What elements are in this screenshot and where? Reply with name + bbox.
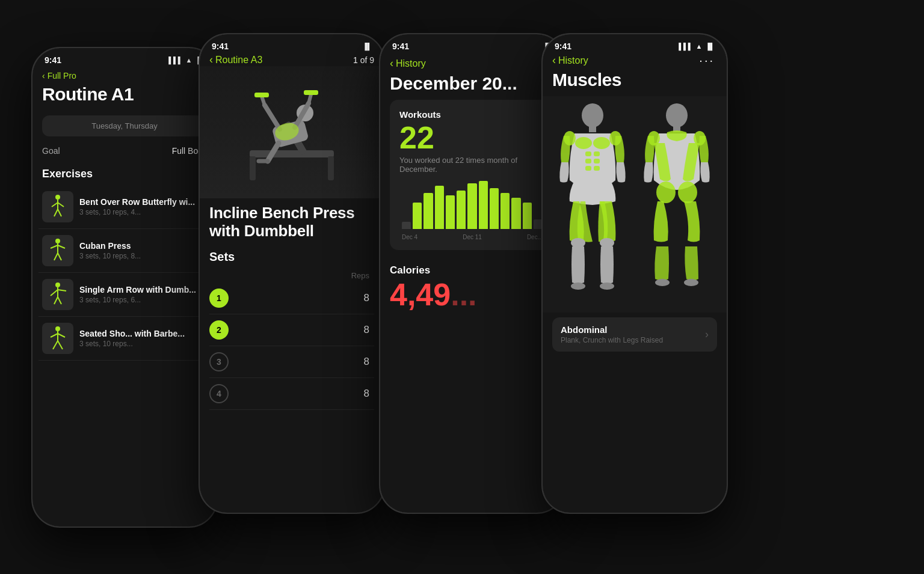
set-row-2[interactable]: 2 8: [209, 314, 374, 346]
svg-line-8: [51, 245, 58, 248]
set-row-4[interactable]: 4 8: [209, 378, 374, 410]
set-circle-4: 4: [209, 384, 229, 403]
workouts-count: 22: [399, 122, 545, 153]
nav-back-1[interactable]: ‹ Full Pro: [32, 67, 217, 82]
svg-rect-40: [589, 126, 596, 132]
exercise-item-2[interactable]: Single Arm Row with Dumb... 3 sets, 10 r…: [38, 273, 211, 317]
time-4: 9:41: [555, 41, 571, 51]
exercise-name-3: Seated Sho... with Barbe...: [79, 329, 207, 338]
nav-back-label-1: Full Pro: [48, 71, 76, 81]
workouts-card: Workouts 22 You worked out 22 times mont…: [390, 100, 555, 250]
calories-label: Calories: [380, 257, 564, 279]
phone-1: 9:41 ▌▌▌ ▲ ▐▌ ‹ Full Pro Routine A1 Tues…: [31, 47, 218, 528]
month-text: December 20...: [390, 73, 517, 93]
sets-title: Sets: [209, 250, 374, 264]
nav-back-4[interactable]: ‹ History: [552, 54, 588, 67]
svg-point-62: [684, 279, 698, 286]
phone-2: 9:41 ▐▌ ‹ Routine A3 1 of 9: [199, 33, 385, 514]
chart-labels: Dec 4 Dec 11 Dec...: [399, 234, 545, 240]
nav-back-2[interactable]: ‹ Routine A3: [209, 53, 262, 66]
bar-3: [435, 186, 444, 229]
svg-point-6: [55, 239, 60, 243]
exercise-figure-2: [45, 281, 71, 308]
bar-8: [490, 188, 499, 229]
dots-menu[interactable]: ···: [699, 53, 717, 67]
time-2: 9:41: [212, 41, 229, 51]
exercise-name-2: Single Arm Row with Dumb...: [79, 285, 207, 295]
set-reps-4: 8: [364, 388, 374, 400]
chevron-icon-1: ‹: [42, 71, 45, 81]
svg-line-3: [58, 203, 64, 207]
exercise-item-0[interactable]: Bent Over Row Butterfly wi... 3 sets, 10…: [38, 185, 211, 229]
exercise-list: Bent Over Row Butterfly wi... 3 sets, 10…: [32, 185, 217, 361]
svg-point-51: [571, 238, 585, 248]
exercise-figure-1: [45, 237, 71, 264]
svg-line-11: [58, 253, 61, 260]
status-bar-3: 9:41 ▐▌: [380, 34, 564, 53]
battery-icon-4: ▐▌: [705, 43, 715, 50]
bar-11: [523, 203, 532, 229]
set-circle-2: 2: [209, 320, 229, 340]
month-title: December 20...: [380, 71, 564, 100]
exercise-item-3[interactable]: Seated Sho... with Barbe... 3 sets, 10 r…: [38, 317, 211, 361]
exercise-avatar-1: [42, 235, 73, 266]
bar-5: [457, 191, 466, 229]
exercise-meta-1: 3 sets, 10 reps, 8...: [79, 252, 207, 260]
svg-line-10: [54, 253, 58, 260]
muscle-card[interactable]: Abdominal Plank, Crunch with Legs Raised…: [552, 317, 717, 352]
status-icons-4: ▌▌▌ ▲ ▐▌: [679, 43, 715, 50]
set-reps-2: 8: [364, 324, 374, 336]
status-bar-4: 9:41 ▌▌▌ ▲ ▐▌: [543, 34, 727, 53]
set-circle-1: 1: [209, 289, 229, 308]
svg-line-21: [58, 334, 65, 337]
exercise-avatar-0: [42, 191, 73, 222]
svg-line-14: [51, 290, 58, 296]
nav-back-3[interactable]: ‹ History: [380, 53, 564, 71]
sets-header: Reps: [209, 269, 374, 282]
signal-icon: ▌▌▌: [168, 56, 182, 64]
goal-row: Goal Full Body: [32, 141, 217, 160]
exercise-info-0: Bent Over Row Butterfly wi... 3 sets, 10…: [79, 197, 207, 216]
exercise-hero: [200, 66, 384, 198]
svg-rect-32: [254, 93, 269, 97]
nav-row-4: ‹ History ···: [543, 53, 727, 67]
svg-point-55: [666, 103, 688, 127]
exercise-name-line1: Incline Bench Press: [209, 204, 354, 222]
svg-rect-26: [328, 156, 334, 180]
svg-rect-46: [594, 159, 600, 163]
svg-point-61: [655, 279, 670, 286]
workouts-chart: [399, 181, 545, 229]
incline-bench-figure: [238, 72, 346, 192]
bar-9: [500, 193, 510, 229]
phone-3: 9:41 ▐▌ ‹ History December 20... Workout…: [379, 33, 565, 514]
reps-header: Reps: [351, 271, 369, 280]
svg-point-54: [600, 282, 614, 290]
svg-rect-44: [594, 151, 600, 156]
nav-back-label-2: Routine A3: [215, 55, 262, 66]
nav-back-label-4: History: [558, 55, 588, 66]
exercise-figure-0: [45, 194, 71, 220]
exercise-hero-name: Incline Bench Press with Dumbbell: [200, 198, 384, 243]
svg-rect-35: [304, 90, 318, 95]
svg-point-0: [55, 195, 60, 200]
chart-label-2: Dec...: [527, 234, 543, 240]
svg-rect-24: [250, 150, 334, 157]
svg-point-41: [575, 137, 592, 149]
status-icons-2: ▐▌: [362, 43, 372, 50]
svg-point-39: [582, 103, 603, 127]
set-row-3[interactable]: 3 8: [209, 346, 374, 378]
set-row-1[interactable]: 1 8: [209, 282, 374, 314]
bar-2: [424, 193, 433, 229]
bar-0: [402, 222, 411, 229]
set-reps-1: 8: [364, 292, 374, 304]
exercise-item-1[interactable]: Cuban Press 3 sets, 10 reps, 8...: [38, 229, 211, 273]
exercise-figure-3: [45, 325, 71, 352]
svg-line-9: [58, 245, 65, 248]
chevron-icon-4: ‹: [552, 54, 556, 67]
status-bar-2: 9:41 ▐▌: [200, 34, 384, 53]
time-3: 9:41: [392, 41, 409, 51]
bar-6: [467, 183, 476, 229]
svg-rect-47: [585, 166, 591, 171]
sets-section: Sets Reps 1 8 2 8 3 8 4 8: [200, 243, 384, 410]
phone-4: 9:41 ▌▌▌ ▲ ▐▌ ‹ History ··· Muscles: [541, 33, 728, 514]
